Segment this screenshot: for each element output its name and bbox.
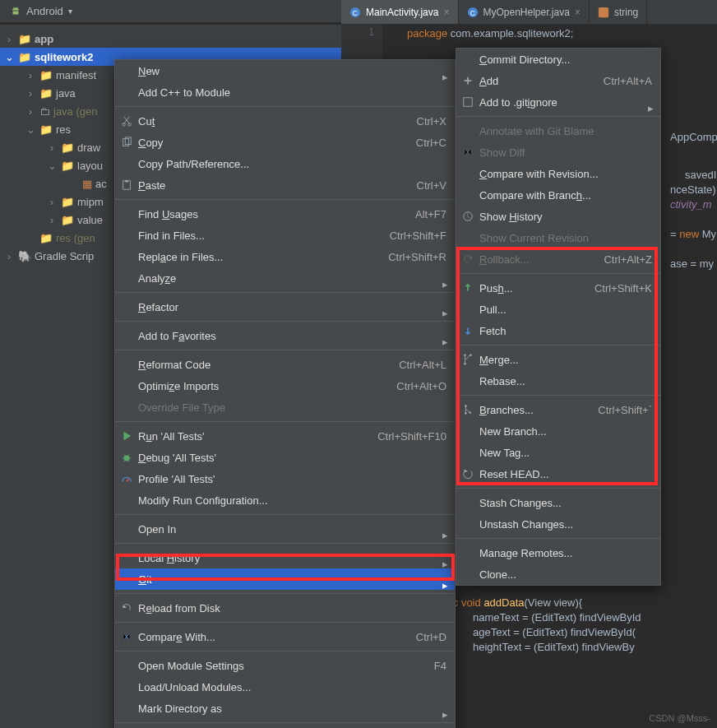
tab-mainactivity[interactable]: C MainActivity.java ×: [341, 0, 459, 24]
menu-item-label: Paste: [138, 179, 165, 192]
merge-icon: [461, 353, 474, 366]
menu-item: Show Diff: [456, 141, 660, 163]
menu-item[interactable]: Find in Files...Ctrl+Shift+F: [115, 225, 455, 246]
menu-item[interactable]: Debug 'All Tests': [115, 447, 455, 468]
java-class-icon: C: [467, 7, 479, 18]
menu-item-shortcut: Ctrl+D: [391, 631, 446, 643]
menu-item[interactable]: Add C++ to Module: [115, 81, 455, 103]
menu-item-label: Add C++ to Module: [138, 86, 230, 99]
close-icon[interactable]: ×: [443, 7, 449, 18]
menu-item[interactable]: Copy Path/Reference...: [115, 153, 455, 174]
menu-item-shortcut: Ctrl+Alt+Z: [579, 253, 652, 266]
menu-item-label: Compare With...: [138, 631, 215, 643]
menu-item[interactable]: Reload from Disk: [115, 597, 455, 619]
menu-item[interactable]: Fetch: [456, 320, 660, 341]
menu-item[interactable]: Refactor: [115, 296, 455, 318]
menu-item[interactable]: Manage Remotes...: [456, 542, 660, 563]
menu-item-shortcut: Ctrl+C: [391, 137, 446, 149]
menu-item[interactable]: Compare with Revision...: [456, 163, 660, 184]
menu-separator: [115, 593, 455, 594]
menu-item[interactable]: Open In: [115, 518, 455, 540]
menu-item[interactable]: Push...Ctrl+Shift+K: [456, 277, 660, 299]
menu-item-label: Optimize Imports: [138, 380, 219, 392]
menu-item[interactable]: Unstash Changes...: [456, 513, 660, 535]
bug-icon: [120, 451, 133, 464]
menu-item-label: Refactor: [138, 301, 178, 313]
menu-item[interactable]: Commit Directory...: [456, 49, 660, 70]
menu-item[interactable]: Compare with Branch...: [456, 184, 660, 206]
menu-item-label: Add: [479, 75, 498, 87]
tab-myopenhelper[interactable]: C MyOpenHelper.java ×: [459, 0, 590, 24]
menu-item[interactable]: Add to .gitignore: [456, 91, 660, 113]
menu-item[interactable]: Rebase...: [456, 370, 660, 392]
menu-item[interactable]: New Branch...: [456, 420, 660, 442]
reset-icon: [461, 467, 474, 480]
svg-point-19: [469, 411, 471, 414]
menu-item[interactable]: Reset HEAD...: [456, 463, 660, 485]
menu-item[interactable]: Find UsagesAlt+F7: [115, 203, 455, 225]
editor-tabs: C MainActivity.java × C MyOpenHelper.jav…: [341, 0, 717, 25]
menu-item-label: Mark Directory as: [138, 702, 222, 715]
menu-item-label: Copy: [138, 137, 163, 149]
menu-item[interactable]: Add to Favorites: [115, 325, 455, 346]
menu-item-shortcut: F4: [409, 660, 446, 672]
menu-item-label: Find Usages: [138, 208, 198, 220]
menu-item[interactable]: New: [115, 60, 455, 81]
menu-item-label: Analyze: [138, 272, 176, 285]
menu-item[interactable]: Reformat CodeCtrl+Alt+L: [115, 354, 455, 375]
menu-item[interactable]: Modify Run Configuration...: [115, 489, 455, 511]
menu-item[interactable]: Merge...: [456, 349, 660, 370]
menu-item-label: Local History: [138, 552, 200, 564]
menu-item-label: Replace in Files...: [138, 251, 223, 263]
menu-item[interactable]: Clone...: [456, 563, 660, 585]
clock-icon: [461, 210, 474, 223]
menu-item[interactable]: Branches...Ctrl+Shift+`: [456, 399, 660, 420]
menu-item[interactable]: Replace in Files...Ctrl+Shift+R: [115, 246, 455, 267]
menu-item[interactable]: Load/Unload Modules...: [115, 676, 455, 698]
close-icon[interactable]: ×: [575, 7, 581, 18]
chevron-down-icon: ▾: [68, 7, 72, 16]
tab-string[interactable]: string: [590, 0, 647, 24]
menu-separator: [115, 514, 455, 515]
diff-d-icon: [461, 146, 474, 159]
menu-item[interactable]: New Tag...: [456, 442, 660, 463]
menu-separator: [456, 538, 660, 539]
menu-item[interactable]: CutCtrl+X: [115, 110, 455, 132]
menu-item[interactable]: PasteCtrl+V: [115, 174, 455, 196]
menu-item[interactable]: CopyCtrl+C: [115, 132, 455, 153]
menu-item[interactable]: Optimize ImportsCtrl+Alt+O: [115, 375, 455, 396]
view-selector-label: Android: [26, 5, 63, 17]
menu-item-label: Stash Changes...: [479, 497, 562, 509]
menu-item[interactable]: Show History: [456, 206, 660, 227]
menu-item[interactable]: Compare With...Ctrl+D: [115, 626, 455, 647]
rollback-icon: [461, 253, 474, 266]
menu-item: Show Current Revision: [456, 227, 660, 248]
menu-item-label: Open Module Settings: [138, 660, 244, 672]
menu-item[interactable]: Local History: [115, 547, 455, 568]
push-icon: [461, 281, 474, 294]
menu-item[interactable]: Git: [115, 568, 455, 590]
paste-icon: [120, 179, 133, 192]
line-number: 1: [341, 25, 382, 39]
view-selector-android[interactable]: Android ▾: [5, 5, 77, 17]
menu-separator: [115, 651, 455, 651]
menu-item[interactable]: AddCtrl+Alt+A: [456, 70, 660, 91]
menu-item-label: Merge...: [479, 354, 519, 366]
menu-item-label: Unstash Changes...: [479, 518, 573, 531]
menu-item-shortcut: Ctrl+X: [392, 115, 446, 128]
menu-item[interactable]: Run 'All Tests'Ctrl+Shift+F10: [115, 425, 455, 447]
menu-item[interactable]: Analyze: [115, 267, 455, 289]
menu-item-label: Rollback...: [479, 253, 530, 266]
menu-item[interactable]: Mark Directory as: [115, 698, 455, 719]
menu-item-label: Commit Directory...: [479, 53, 570, 66]
menu-item-label: Show Diff: [479, 146, 525, 159]
menu-item-label: Pull...: [479, 304, 507, 316]
menu-item[interactable]: Pull...: [456, 299, 660, 320]
menu-item[interactable]: Open Module SettingsF4: [115, 655, 455, 676]
menu-item-shortcut: Ctrl+Alt+O: [372, 380, 446, 392]
menu-separator: [456, 488, 660, 489]
menu-item[interactable]: Stash Changes...: [456, 492, 660, 513]
menu-item[interactable]: Profile 'All Tests': [115, 468, 455, 489]
menu-item-label: Find in Files...: [138, 230, 205, 242]
tree-item-app[interactable]: ›📁app: [0, 30, 341, 48]
